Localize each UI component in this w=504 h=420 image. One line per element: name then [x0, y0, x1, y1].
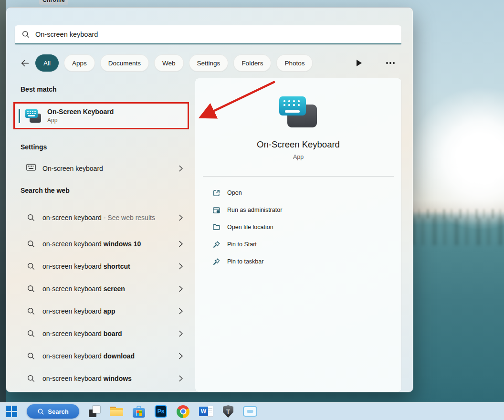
- action-run-admin-label: Run as administrator: [227, 207, 282, 213]
- on-screen-keyboard-taskbar-button[interactable]: [243, 406, 257, 417]
- suggestion-bold: windows 10: [104, 240, 141, 248]
- settings-result-on-screen-keyboard[interactable]: On-screen keyboard: [13, 159, 189, 178]
- best-match-result[interactable]: On-Screen Keyboard App: [15, 104, 188, 128]
- web-suggestion-board[interactable]: on-screen keyboardboard: [13, 324, 189, 343]
- on-screen-keyboard-app-icon-large: [279, 96, 317, 128]
- suggestion-prefix: on-screen keyboard: [42, 285, 102, 293]
- search-query-text: On-screen keyboard: [35, 31, 98, 38]
- chevron-right-icon: [178, 285, 183, 293]
- task-view-button[interactable]: [89, 406, 100, 417]
- preview-divider: [203, 176, 394, 177]
- web-suggestion-screen[interactable]: on-screen keyboardscreen: [13, 279, 189, 298]
- action-run-as-administrator[interactable]: Run as administrator: [212, 201, 394, 219]
- suggestion-bold: board: [104, 330, 122, 337]
- web-suggestion-windows[interactable]: on-screen keyboardwindows: [13, 369, 189, 388]
- chrome-button[interactable]: [177, 405, 189, 418]
- wallpaper-water-reflection: [410, 218, 504, 245]
- tab-apps[interactable]: Apps: [64, 54, 95, 72]
- suggestion-bold: app: [104, 307, 116, 315]
- suggestion-prefix: on-screen keyboard: [42, 375, 102, 382]
- search-icon: [21, 30, 30, 39]
- action-open[interactable]: Open: [212, 184, 394, 201]
- search-icon: [27, 307, 35, 315]
- preview-app-type: App: [195, 154, 401, 160]
- tab-all[interactable]: All: [35, 54, 59, 72]
- suggestion-bold: download: [104, 352, 135, 360]
- microsoft-store-icon: [133, 406, 145, 418]
- tab-photos[interactable]: Photos: [276, 54, 313, 72]
- tab-settings[interactable]: Settings: [189, 54, 229, 72]
- task-view-icon: [89, 406, 100, 417]
- taskbar-search-label: Search: [48, 408, 68, 415]
- world-of-tanks-button[interactable]: T: [223, 405, 233, 418]
- desktop-screen: Chrome On-screen keyboard All Apps Docum…: [0, 0, 504, 420]
- word-button[interactable]: W: [199, 405, 213, 418]
- search-icon: [27, 240, 35, 248]
- microsoft-store-button[interactable]: [133, 406, 145, 418]
- preview-app-title: On-Screen Keyboard: [195, 139, 401, 150]
- filter-tab-bar: All Apps Documents Web Settings Folders …: [20, 54, 401, 72]
- chrome-icon: [177, 405, 189, 418]
- search-input[interactable]: On-screen keyboard: [15, 25, 401, 44]
- tab-web[interactable]: Web: [154, 54, 184, 72]
- admin-window-icon: [212, 206, 220, 214]
- suggestion-prefix: on-screen keyboard: [42, 352, 102, 360]
- selection-accent-bar: [19, 109, 20, 123]
- more-options-icon[interactable]: [384, 57, 397, 69]
- suggestion-prefix: on-screen keyboard: [42, 307, 102, 315]
- file-explorer-button[interactable]: [110, 406, 123, 417]
- settings-heading: Settings: [21, 143, 47, 151]
- file-explorer-icon: [110, 406, 123, 417]
- search-icon: [37, 408, 44, 415]
- taskbar-search-button[interactable]: Search: [27, 404, 79, 419]
- suggestion-query: on-screen keyboard: [42, 214, 102, 221]
- action-open-file-location[interactable]: Open file location: [212, 219, 394, 236]
- windows-logo-icon: [6, 406, 17, 417]
- back-button[interactable]: [20, 58, 30, 68]
- settings-result-label: On-screen keyboard: [42, 165, 103, 172]
- best-match-type: App: [47, 117, 114, 124]
- wallpaper-left-edge: [0, 0, 6, 402]
- action-pin-to-taskbar[interactable]: Pin to taskbar: [212, 253, 394, 270]
- word-icon: W: [199, 405, 213, 418]
- web-suggestion-download[interactable]: on-screen keyboarddownload: [13, 346, 189, 366]
- action-pin-start-label: Pin to Start: [227, 241, 257, 248]
- web-suggestion-app[interactable]: on-screen keyboardapp: [13, 302, 189, 321]
- chevron-right-icon: [178, 240, 183, 248]
- search-icon: [27, 352, 35, 360]
- preview-action-list: Open Run as administrator Open file loca…: [212, 184, 394, 270]
- web-result-see-results[interactable]: on-screen keyboard- See web results: [13, 204, 189, 231]
- suggestion-bold: shortcut: [104, 262, 130, 270]
- on-screen-keyboard-app-icon: [25, 109, 42, 123]
- suggestion-prefix: on-screen keyboard: [42, 240, 102, 248]
- play-icon[interactable]: [353, 57, 365, 69]
- chevron-right-icon: [178, 375, 183, 382]
- suggestion-bold: windows: [104, 375, 132, 382]
- preview-pane: On-Screen Keyboard App Open Run as admin…: [195, 78, 401, 392]
- on-screen-keyboard-taskbar-icon: [243, 406, 257, 417]
- suggestion-prefix: on-screen keyboard: [42, 262, 102, 270]
- photoshop-button[interactable]: Ps: [155, 405, 167, 418]
- action-open-location-label: Open file location: [227, 224, 273, 231]
- action-pin-taskbar-label: Pin to taskbar: [227, 258, 263, 265]
- taskbar: Search Ps W T: [0, 402, 504, 420]
- chevron-right-icon: [178, 214, 183, 221]
- chevron-right-icon: [178, 262, 183, 270]
- folder-icon: [212, 223, 220, 231]
- best-match-heading: Best match: [21, 85, 56, 93]
- chevron-right-icon: [178, 330, 183, 337]
- search-icon: [27, 329, 35, 338]
- web-suggestion-shortcut[interactable]: on-screen keyboardshortcut: [13, 257, 189, 276]
- photoshop-icon: Ps: [155, 405, 167, 418]
- chevron-right-icon: [178, 165, 183, 172]
- web-suggestion-windows-10[interactable]: on-screen keyboardwindows 10: [13, 234, 189, 253]
- search-icon: [27, 262, 35, 271]
- start-button[interactable]: [6, 406, 17, 417]
- action-pin-to-start[interactable]: Pin to Start: [212, 236, 394, 253]
- tab-folders[interactable]: Folders: [233, 54, 271, 72]
- suggestion-bold: screen: [104, 285, 125, 293]
- tab-documents[interactable]: Documents: [100, 54, 149, 72]
- chevron-right-icon: [178, 352, 183, 360]
- wallpaper-treeline: [410, 209, 504, 219]
- open-external-icon: [212, 189, 220, 197]
